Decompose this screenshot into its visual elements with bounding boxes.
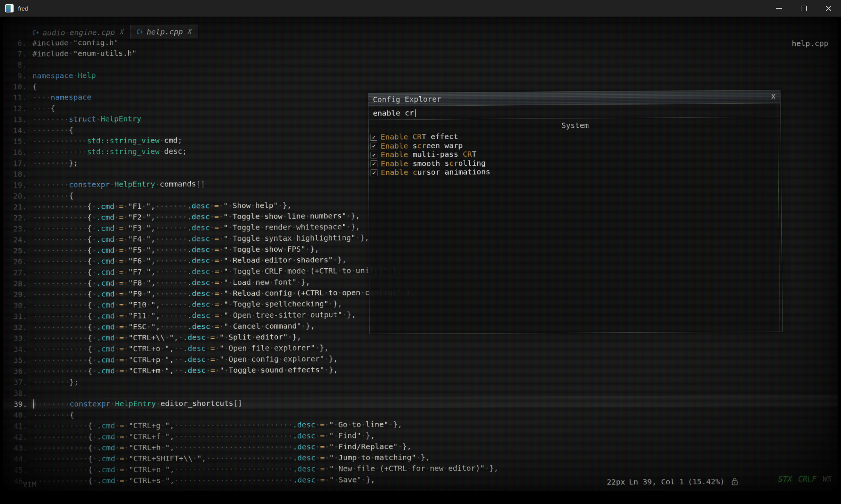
code-token: .cmd: [96, 213, 114, 222]
whitespace-dots: ·: [210, 234, 214, 243]
whitespace-dots: ············: [33, 454, 88, 464]
whitespace-dots: ·: [146, 300, 151, 309]
whitespace-dots: ·: [210, 256, 214, 265]
code-token: {: [88, 333, 92, 343]
whitespace-dots: ·: [352, 464, 357, 473]
code-token: .cmd: [97, 257, 115, 266]
whitespace-dots: ·: [92, 289, 97, 298]
code-token: (+CTRL: [297, 288, 324, 298]
whitespace-dots: ·: [115, 465, 120, 474]
tab-help[interactable]: C+ help.cpp X: [130, 25, 198, 39]
code-token: "CTRL+o: [128, 344, 160, 353]
window-titlebar[interactable]: fred: [0, 0, 841, 17]
code-token: },: [337, 255, 346, 264]
whitespace-dots: ·: [228, 201, 232, 210]
code-token: Find": [338, 431, 361, 440]
whitespace-dots: ·: [260, 321, 265, 330]
code-token: ": [220, 344, 224, 353]
whitespace-dots: ··························: [174, 464, 293, 474]
whitespace-dots: ··: [174, 344, 183, 353]
whitespace-dots: ·: [92, 344, 97, 353]
code-token: =: [119, 333, 124, 342]
minimize-button[interactable]: [766, 0, 791, 17]
code-token: },: [333, 299, 342, 308]
whitespace-dots: ·: [69, 49, 73, 58]
code-token: []: [233, 398, 242, 407]
code-token: =: [119, 267, 124, 277]
code-token: Go: [338, 420, 347, 429]
whitespace-dots: ·: [324, 420, 329, 429]
whitespace-dots: ·: [124, 454, 129, 463]
whitespace-dots: ·: [206, 366, 211, 375]
whitespace-dots: ············: [33, 366, 88, 376]
code-token: Toggle: [233, 300, 260, 309]
whitespace-dots: ·: [278, 201, 283, 210]
code-token: },: [301, 277, 310, 286]
code-token: ,: [155, 300, 160, 309]
tab-close-icon[interactable]: X: [188, 28, 192, 35]
code-token: ": [224, 267, 228, 276]
code-token: ": [146, 223, 151, 232]
code-token: .cmd: [97, 300, 115, 309]
checkbox-icon[interactable]: ✓: [371, 169, 377, 176]
code-token: },: [393, 420, 402, 429]
tab-close-icon[interactable]: X: [120, 28, 124, 36]
whitespace-dots: ·: [224, 355, 229, 364]
code-token: =: [119, 235, 123, 244]
code-token: namespace: [51, 92, 91, 102]
code-token: ,: [174, 333, 178, 342]
code-token: ": [224, 310, 228, 320]
close-button[interactable]: [816, 0, 841, 17]
code-token: =: [214, 245, 219, 254]
code-token: ,: [170, 465, 174, 474]
popup-close-button[interactable]: X: [771, 92, 775, 101]
whitespace-dots: ·: [73, 71, 78, 80]
whitespace-dots: ·: [192, 454, 197, 463]
whitespace-dots: ·: [124, 235, 128, 244]
minimize-icon: [776, 8, 782, 9]
tab-audio-engine[interactable]: C+ audio-engine.cpp X: [26, 25, 130, 40]
code-token: ": [329, 431, 334, 440]
code-token: HelpEntry: [100, 114, 141, 123]
code-token: =: [119, 289, 124, 298]
whitespace-dots: ·: [115, 344, 119, 353]
whitespace-dots: ·: [228, 310, 233, 320]
code-token: Load: [233, 278, 251, 287]
checkbox-icon[interactable]: ✓: [371, 143, 377, 149]
whitespace-dots: ·: [142, 267, 146, 276]
code-token: Find/Replace": [338, 442, 398, 451]
code-token: },: [489, 463, 498, 472]
whitespace-dots: ·: [334, 420, 338, 429]
checkbox-icon[interactable]: ✓: [371, 134, 377, 141]
whitespace-dots: ·: [219, 267, 224, 276]
maximize-button[interactable]: [791, 0, 816, 17]
code-token: "CTRL+f: [129, 432, 160, 441]
checkbox-icon[interactable]: ✓: [371, 152, 377, 158]
whitespace-dots: ·: [224, 366, 229, 375]
code-token: {: [88, 300, 92, 309]
whitespace-dots: ·: [342, 310, 347, 319]
code-token: ,: [170, 421, 174, 430]
code-token: .cmd: [97, 454, 115, 463]
code-token: "ESC: [128, 322, 146, 331]
config-option-row[interactable]: ✓Enable cursor animations: [371, 166, 781, 177]
code-token: {: [88, 432, 92, 441]
whitespace-dots: ·: [92, 366, 97, 375]
code-token: New: [338, 464, 352, 473]
code-token: .desc: [187, 256, 210, 265]
line-number: 37.: [3, 377, 27, 388]
code-token: =: [119, 300, 124, 309]
code-token: .desc: [183, 366, 206, 375]
whitespace-dots: ··························: [174, 420, 293, 430]
code-token: {: [87, 224, 92, 233]
code-token: ,: [155, 311, 160, 320]
code-token: {: [87, 202, 92, 211]
code-token: .desc: [188, 289, 210, 298]
whitespace-dots: ·: [315, 420, 320, 429]
code-token: ": [165, 432, 170, 441]
whitespace-dots: ·: [206, 355, 210, 364]
whitespace-dots: ·: [206, 344, 210, 353]
whitespace-dots: ·: [92, 443, 97, 452]
code-token: mode: [288, 266, 306, 275]
checkbox-icon[interactable]: ✓: [371, 160, 377, 167]
